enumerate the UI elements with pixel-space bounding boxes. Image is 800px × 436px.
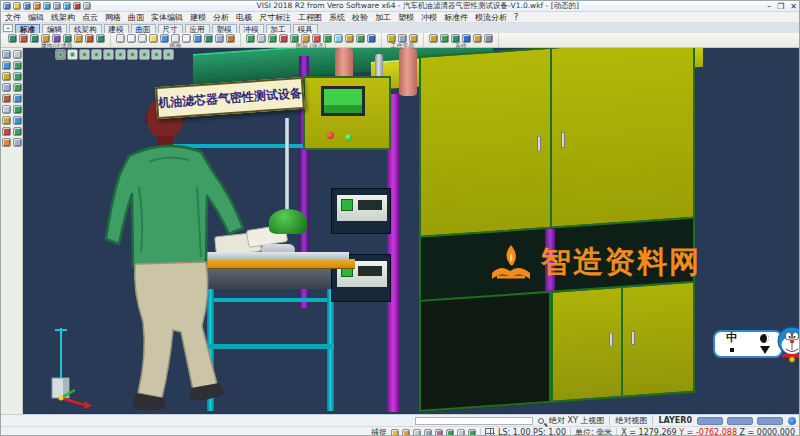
view-orientation-icon[interactable]	[115, 49, 126, 60]
menu-item[interactable]: 网格	[105, 12, 121, 23]
menu-item[interactable]: 模流分析	[475, 12, 507, 23]
left-toolbar-icon[interactable]	[2, 138, 11, 147]
ribbon-icon[interactable]	[149, 34, 158, 43]
view-orientation-icon[interactable]	[67, 49, 78, 60]
left-toolbar-icon[interactable]	[13, 50, 22, 59]
snap-toggle-icon[interactable]	[424, 429, 432, 436]
menu-item[interactable]: 加工	[375, 12, 391, 23]
menu-item[interactable]: 分析	[213, 12, 229, 23]
command-input[interactable]	[415, 417, 533, 425]
layer-swatch[interactable]	[757, 417, 783, 425]
menu-item[interactable]: 冲模	[421, 12, 437, 23]
toolbar-tab[interactable]: 建模	[104, 24, 129, 33]
left-toolbar-icon[interactable]	[13, 83, 22, 92]
maximize-button[interactable]: ❐	[777, 1, 784, 12]
search-icon[interactable]	[538, 418, 544, 424]
menu-item[interactable]: 校验	[352, 12, 368, 23]
ime-skin-icon[interactable]	[760, 346, 770, 354]
ribbon-icon[interactable]	[429, 34, 438, 43]
ribbon-icon[interactable]	[440, 34, 449, 43]
ribbon-icon[interactable]	[215, 34, 224, 43]
left-toolbar-icon[interactable]	[13, 116, 22, 125]
close-button[interactable]: ✕	[790, 1, 797, 12]
menu-item[interactable]: 实体编辑	[151, 12, 183, 23]
ribbon-icon[interactable]	[226, 34, 235, 43]
ribbon-icon[interactable]	[334, 34, 343, 43]
ribbon-icon[interactable]	[257, 34, 266, 43]
left-toolbar-icon[interactable]	[2, 127, 11, 136]
menu-item[interactable]: 系统	[329, 12, 345, 23]
minimize-button[interactable]: –	[767, 1, 771, 12]
ime-language-mode[interactable]: 中	[726, 333, 737, 343]
status-indicator-icon[interactable]	[788, 417, 796, 425]
ribbon-icon[interactable]	[193, 34, 202, 43]
menu-item[interactable]: 点云	[82, 12, 98, 23]
ribbon-icon[interactable]	[204, 34, 213, 43]
ribbon-icon[interactable]	[345, 34, 354, 43]
menu-item[interactable]: 线架构	[51, 12, 75, 23]
ribbon-icon[interactable]	[279, 34, 288, 43]
left-toolbar-icon[interactable]	[13, 138, 22, 147]
ribbon-icon[interactable]	[138, 34, 147, 43]
snap-toggle-icon[interactable]	[457, 429, 465, 436]
menu-item[interactable]: 尺寸标注	[259, 12, 291, 23]
menu-item[interactable]: 曲面	[128, 12, 144, 23]
left-toolbar-icon[interactable]	[2, 116, 11, 125]
menu-item[interactable]: 文件	[5, 12, 21, 23]
ribbon-icon[interactable]	[127, 34, 136, 43]
toolbar-tab[interactable]: 冲模	[239, 24, 264, 33]
snap-toggle-icon[interactable]	[446, 429, 454, 436]
ime-punctuation-icon[interactable]	[730, 348, 734, 352]
view-orientation-icon[interactable]	[139, 49, 150, 60]
menu-item[interactable]: 塑模	[398, 12, 414, 23]
view-orientation-icon[interactable]	[55, 49, 66, 60]
snap-toggle-icon[interactable]	[402, 429, 410, 436]
snap-toggle-icon[interactable]	[413, 429, 421, 436]
left-toolbar-icon[interactable]	[13, 94, 22, 103]
toolbar-tab[interactable]: 标准	[15, 24, 40, 33]
ribbon-icon[interactable]	[356, 34, 365, 43]
menu-item[interactable]: 电极	[236, 12, 252, 23]
left-toolbar-icon[interactable]	[2, 50, 11, 59]
layer-swatch[interactable]	[727, 417, 753, 425]
snap-toggle-icon[interactable]	[435, 429, 443, 436]
active-layer[interactable]: LAYER0	[658, 416, 692, 425]
left-toolbar-icon[interactable]	[2, 61, 11, 70]
ime-fullwidth-icon[interactable]	[760, 334, 769, 343]
toolbar-tab[interactable]: 加工	[266, 24, 291, 33]
menu-item[interactable]: ?	[514, 13, 518, 22]
ribbon-icon[interactable]	[182, 34, 191, 43]
ribbon-icon[interactable]	[484, 34, 493, 43]
menu-item[interactable]: 编辑	[28, 12, 44, 23]
3d-viewport[interactable]: 机油滤芯器气密性测试设备 智造资料网	[23, 48, 799, 414]
snap-toggle-icon[interactable]	[468, 429, 476, 436]
toolbar-collapse-button[interactable]: -	[3, 24, 13, 32]
toolbar-tab[interactable]: 编辑	[42, 24, 67, 33]
ribbon-icon[interactable]	[19, 34, 28, 43]
ribbon-icon[interactable]	[246, 34, 255, 43]
toolbar-tab[interactable]: 应用	[185, 24, 210, 33]
ribbon-icon[interactable]	[30, 34, 39, 43]
ribbon-icon[interactable]	[85, 34, 94, 43]
left-toolbar-icon[interactable]	[13, 61, 22, 70]
view-orientation-icon[interactable]	[127, 49, 138, 60]
left-toolbar-icon[interactable]	[13, 105, 22, 114]
view-orientation-icon[interactable]	[163, 49, 174, 60]
toolbar-tab[interactable]: 模具	[293, 24, 318, 33]
ribbon-icon[interactable]	[74, 34, 83, 43]
view-status[interactable]: 绝对视图	[615, 415, 647, 426]
view-orientation-icon[interactable]	[103, 49, 114, 60]
ribbon-icon[interactable]	[473, 34, 482, 43]
toolbar-tab[interactable]: 塑模	[212, 24, 237, 33]
left-toolbar-icon[interactable]	[13, 72, 22, 81]
toolbar-tab[interactable]: 线架构	[69, 24, 102, 33]
view-orientation-icon[interactable]	[79, 49, 90, 60]
ribbon-icon[interactable]	[367, 34, 376, 43]
snap-toggle-icon[interactable]	[391, 429, 399, 436]
left-toolbar-icon[interactable]	[2, 94, 11, 103]
toolbar-tab[interactable]: 曲面	[131, 24, 156, 33]
view-orientation-icon[interactable]	[151, 49, 162, 60]
ribbon-icon[interactable]	[268, 34, 277, 43]
ribbon-icon[interactable]	[96, 34, 105, 43]
menu-item[interactable]: 标准件	[444, 12, 468, 23]
